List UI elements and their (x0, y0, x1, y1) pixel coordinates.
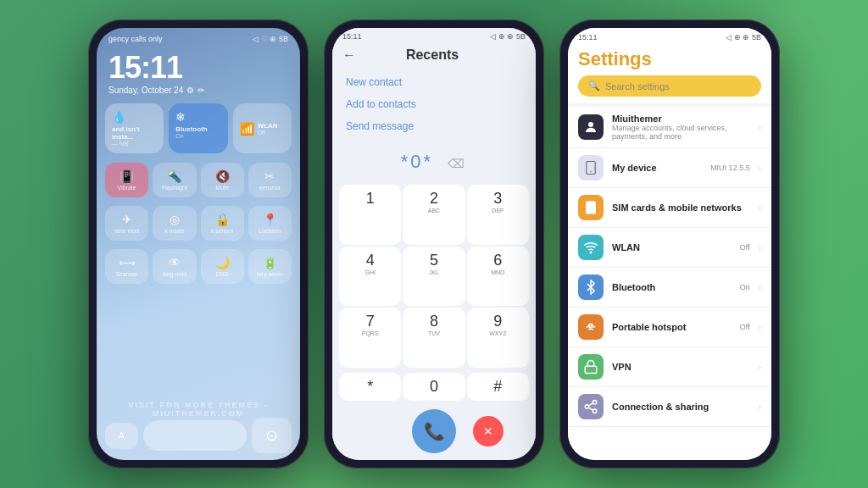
num-btn-9[interactable]: 9 WXYZ (467, 308, 529, 368)
quick-grid-3: ⟷ Scanner 👁 ding mod 🌙 DND 🔋 tery saver (97, 245, 300, 288)
quick-btn-screenshot[interactable]: ✂ eenshot (248, 163, 292, 197)
p1-search-bar[interactable] (143, 420, 247, 451)
settings-item-mydevice[interactable]: My device MIUI 12.5.5 › (568, 148, 771, 188)
p2-back-button[interactable]: ← (342, 47, 356, 63)
airplane-label: lane mod (114, 228, 139, 234)
quick-btn-airplane[interactable]: ✈ lane mod (105, 206, 148, 241)
num-btn-8[interactable]: 8 TUV (403, 308, 465, 368)
num-2: 2 (404, 190, 463, 208)
p1-clock: 15:11 (108, 50, 288, 86)
num-6: 6 (469, 252, 527, 269)
p3-status-left: 15:11 (578, 33, 598, 42)
mute-label: Mute (215, 185, 229, 191)
settings-search[interactable]: 🔍 Search settings (578, 75, 761, 97)
hotspot-arrow: › (759, 323, 761, 332)
send-message-link[interactable]: Send message (346, 115, 522, 137)
num-btn-7[interactable]: 7 PQRS (339, 308, 401, 368)
num-5: 5 (404, 252, 463, 269)
quick-btn-scanner[interactable]: ⟷ Scanner (105, 249, 148, 284)
num-btn-0[interactable]: 0 (403, 373, 465, 401)
add-to-contacts-link[interactable]: Add to contacts (346, 93, 522, 115)
hotspot-text: Portable hotspot (612, 322, 732, 332)
num-btn-2[interactable]: 2 ABC (403, 185, 465, 245)
settings-item-bluetooth[interactable]: Bluetooth On › (568, 268, 771, 308)
end-call-button[interactable]: ✕ (473, 416, 504, 446)
location-label: Location (259, 228, 281, 234)
svg-point-4 (590, 252, 592, 253)
mydevice-label: My device (612, 163, 702, 173)
p2-numpad: 1 2 ABC 3 DEF 4 GHI 5 JKL (332, 181, 536, 371)
vpn-text: VPN (612, 362, 750, 372)
miuithemer-sub: Manage accounts, cloud services, payment… (612, 124, 750, 141)
sim-text: SIM cards & mobile networks (612, 202, 750, 213)
num-3: 3 (469, 190, 527, 208)
backspace-icon[interactable]: ⌫ (448, 157, 467, 170)
phones-container: gency calls only ◁ ♡ ⊕ 5B 15:11 Sunday, … (0, 0, 868, 488)
widget-bluetooth-title: Bluetooth (175, 125, 220, 133)
settings-item-sim[interactable]: SIM cards & mobile networks › (568, 188, 771, 228)
sim-label: SIM cards & mobile networks (612, 202, 750, 213)
letters-9: WXYZ (469, 330, 527, 336)
settings-item-hotspot[interactable]: Portable hotspot Off › (568, 308, 771, 347)
widget-wlan[interactable]: 📶 WLAN Off (233, 103, 292, 153)
call-button[interactable]: 📞 (412, 409, 456, 453)
quick-btn-flashlight[interactable]: 🔦 Flashlight (153, 163, 196, 197)
p2-title: Recents (356, 47, 509, 63)
mydevice-value: MIUI 12.5.5 (710, 164, 750, 172)
num-btn-6[interactable]: 6 MNO (467, 247, 529, 307)
vpn-icon (578, 354, 604, 380)
p1-keyboard-btn[interactable]: A (105, 423, 138, 449)
quick-btn-reading[interactable]: 👁 ding mod (153, 249, 196, 284)
quick-btn-darkmode[interactable]: ◎ k mode (153, 206, 196, 241)
settings-item-connection[interactable]: Connection & sharing › (568, 387, 771, 427)
location-icon: 📍 (252, 213, 288, 226)
letters-5: JKL (404, 269, 463, 275)
wlan-sub: Off (258, 130, 278, 136)
widget-bluetooth-sub: On (175, 133, 220, 139)
screenshot-icon: ✂ (252, 169, 288, 183)
settings-item-vpn[interactable]: VPN › (568, 347, 771, 387)
wlan-settings-arrow: › (759, 243, 761, 252)
bluetooth-settings-label: Bluetooth (612, 282, 732, 292)
p1-widget-btn[interactable]: ⊙ (252, 418, 292, 453)
p1-time-block: 15:11 Sunday, October 24 ⚙✏ (97, 47, 300, 98)
quick-btn-location[interactable]: 📍 Location (248, 206, 292, 241)
widget-bluetooth[interactable]: ❄ Bluetooth On (169, 103, 227, 153)
reading-icon: 👁 (156, 256, 192, 269)
new-contact-link[interactable]: New contact (346, 71, 522, 93)
settings-item-miuithemer[interactable]: Miuithemer Manage accounts, cloud servic… (568, 107, 771, 148)
num-hash: # (469, 378, 527, 396)
widget-data: 💧 and isn't insta... — MB (105, 103, 164, 153)
quick-btn-dnd[interactable]: 🌙 DND (201, 249, 244, 284)
letters-2: ABC (404, 208, 463, 214)
num-btn-3[interactable]: 3 DEF (467, 185, 529, 245)
num-btn-4[interactable]: 4 GHI (339, 247, 401, 307)
settings-item-wlan[interactable]: WLAN Off › (568, 228, 771, 268)
bluetooth-settings-value: On (740, 283, 750, 291)
num-btn-star[interactable]: * (339, 373, 401, 401)
mute-icon: 🔇 (204, 169, 241, 183)
quick-btn-mute[interactable]: 🔇 Mute (201, 163, 244, 197)
phone2-screen: 15:11 ◁ ⊕ ⊕ 5B ← Recents New contact Add… (332, 28, 536, 460)
wlan-settings-label: WLAN (612, 242, 732, 252)
p2-header: ← Recents (332, 41, 536, 66)
p3-header: Settings 🔍 Search settings (568, 43, 771, 103)
p3-status-bar: 15:11 ◁ ⊕ ⊕ 5B (568, 28, 771, 43)
num-btn-5[interactable]: 5 JKL (403, 247, 465, 307)
quick-btn-batterysaver[interactable]: 🔋 tery saver (248, 249, 292, 284)
phone3-screen: 15:11 ◁ ⊕ ⊕ 5B Settings 🔍 Search setting… (568, 28, 771, 460)
p1-status-left: gency calls only (108, 35, 163, 43)
quick-btn-lockscreen[interactable]: 🔒 k screen (201, 206, 244, 241)
connection-arrow: › (759, 402, 761, 412)
p2-special-row: * 0 # (332, 371, 536, 402)
quick-btn-vibrate[interactable]: 📳 Vibrate (105, 163, 148, 197)
num-9: 9 (469, 313, 527, 330)
wlan-settings-value: Off (740, 243, 750, 252)
screenshot-label: eenshot (259, 185, 281, 191)
dnd-label: DND (216, 271, 229, 277)
num-btn-hash[interactable]: # (467, 373, 529, 401)
connection-text: Connection & sharing (612, 402, 750, 412)
phone1-screen: gency calls only ◁ ♡ ⊕ 5B 15:11 Sunday, … (97, 28, 300, 460)
flashlight-icon: 🔦 (156, 169, 192, 183)
num-btn-1[interactable]: 1 (339, 185, 401, 245)
